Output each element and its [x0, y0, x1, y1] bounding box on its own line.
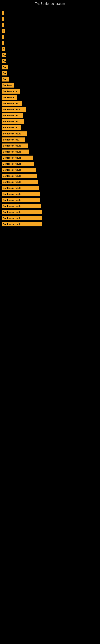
bar-row: Bottleneck result: [2, 150, 98, 154]
bar-row: B: [2, 47, 98, 51]
bar-item: [2, 23, 4, 27]
bar-row: Bottleneck resu: [2, 138, 98, 142]
bar-row: Bottleneck result: [2, 222, 98, 226]
bar-item: [2, 11, 3, 15]
bar-row: Bott: [2, 65, 98, 70]
bar-label: Bott: [3, 78, 7, 80]
bars-container: BBBoBoBottBoBottBottleneBottleneck reBot…: [0, 7, 100, 230]
bar-label: Bottleneck re: [3, 90, 17, 92]
bar-item: Bott: [2, 65, 8, 70]
bar-item: Bottleneck resu: [2, 119, 24, 124]
bar-label: Bottleneck re: [3, 126, 17, 129]
bar-row: [2, 23, 98, 27]
bar-row: Bottleneck result: [2, 107, 98, 112]
bar-row: Bottleneck result: [2, 174, 98, 178]
bar-row: Bottleneck: [2, 95, 98, 100]
bar-item: Bottleneck result: [2, 210, 42, 214]
bar-row: [2, 41, 98, 45]
bar-item: Bottleneck result: [2, 168, 36, 172]
bar-label: Bottleneck result: [3, 205, 21, 207]
bar-label: Bottleneck result: [3, 156, 21, 159]
bar-row: Bottleneck result: [2, 162, 98, 166]
bar-row: Bottleneck re: [2, 89, 98, 94]
site-title-container: TheBottlenecker.com: [0, 0, 100, 7]
bar-row: Bottleneck result: [2, 198, 98, 202]
bar-label: Bott: [3, 66, 7, 68]
bar-label: Bottleneck result: [3, 132, 21, 135]
bar-row: [2, 11, 98, 15]
bar-item: Bo: [2, 53, 6, 57]
bar-label: Bottleneck res: [3, 102, 18, 105]
bar-row: Bottleneck resu: [2, 119, 98, 124]
bar-label: Bottleneck result: [3, 169, 21, 171]
bar-item: Bottlene: [2, 83, 14, 88]
bar-label: Bottleneck result: [3, 150, 21, 153]
bar-label: Bo: [3, 72, 6, 74]
bar-label: Bottleneck result: [3, 144, 21, 147]
bar-item: [2, 17, 4, 21]
bar-label: Bottleneck result: [3, 223, 21, 226]
bar-row: Bottlene: [2, 83, 98, 88]
bar-row: Bottleneck result: [2, 204, 98, 208]
bar-label: Bottleneck result: [3, 217, 21, 219]
bar-row: Bottleneck result: [2, 132, 98, 136]
bar-label: Bottlene: [3, 84, 12, 86]
bar-item: Bottleneck result: [2, 107, 26, 112]
bar-item: Bottleneck: [2, 95, 17, 100]
bar-row: Bottleneck result: [2, 168, 98, 172]
bar-label: Bottleneck result: [3, 181, 21, 183]
bar-row: Bott: [2, 77, 98, 82]
bar-row: [2, 17, 98, 21]
bar-item: Bottleneck result: [2, 150, 29, 154]
bar-item: Bo: [2, 59, 6, 64]
bar-label: Bottleneck result: [3, 211, 21, 213]
bar-item: Bottleneck res: [2, 113, 23, 118]
bar-label: Bottleneck result: [3, 193, 21, 195]
bar-label: B: [3, 30, 4, 32]
bar-row: Bottleneck result: [2, 180, 98, 184]
bar-label: Bo: [3, 54, 6, 56]
bar-row: Bottleneck result: [2, 186, 98, 190]
bar-row: Bottleneck re: [2, 126, 98, 130]
bar-label: Bottleneck result: [3, 199, 21, 201]
site-title: TheBottlenecker.com: [0, 0, 100, 7]
bar-row: Bottleneck result: [2, 192, 98, 196]
bar-row: Bottleneck result: [2, 210, 98, 214]
bar-item: Bottleneck result: [2, 216, 42, 220]
bar-row: B: [2, 29, 98, 33]
bar-label: Bottleneck resu: [3, 120, 19, 123]
bar-item: Bottleneck re: [2, 126, 21, 130]
bar-label: Bottleneck result: [3, 187, 21, 189]
bar-item: Bottleneck result: [2, 186, 39, 190]
bar-label: Bottleneck result: [3, 108, 21, 111]
bar-row: [2, 35, 98, 39]
bar-row: Bottleneck res: [2, 113, 98, 118]
bar-item: Bottleneck result: [2, 174, 37, 178]
bar-item: Bo: [2, 71, 7, 76]
bar-item: [2, 41, 4, 45]
bar-item: Bottleneck result: [2, 156, 33, 160]
bar-item: Bottleneck result: [2, 180, 38, 184]
bar-item: Bottleneck result: [2, 222, 42, 226]
bar-label: Bottleneck res: [3, 114, 18, 117]
bar-label: Bo: [3, 60, 6, 62]
bar-item: Bottleneck result: [2, 144, 28, 148]
bar-row: Bottleneck result: [2, 156, 98, 160]
bar-label: Bottleneck resu: [3, 138, 19, 141]
bar-item: Bottleneck result: [2, 204, 41, 208]
bar-label: Bottleneck: [3, 96, 14, 98]
bar-row: Bottleneck res: [2, 101, 98, 106]
bar-item: Bottleneck resu: [2, 138, 25, 142]
bar-item: Bottleneck result: [2, 198, 40, 202]
bar-item: Bottleneck result: [2, 132, 27, 136]
bar-row: Bottleneck result: [2, 144, 98, 148]
bar-item: B: [2, 29, 5, 33]
bar-item: Bottleneck result: [2, 162, 34, 166]
bar-item: Bottleneck result: [2, 192, 40, 196]
bar-item: Bott: [2, 77, 9, 82]
bar-item: B: [2, 47, 5, 51]
bar-row: Bottleneck result: [2, 216, 98, 220]
bar-item: Bottleneck re: [2, 89, 20, 94]
bar-row: Bo: [2, 53, 98, 57]
bar-item: [2, 35, 4, 39]
